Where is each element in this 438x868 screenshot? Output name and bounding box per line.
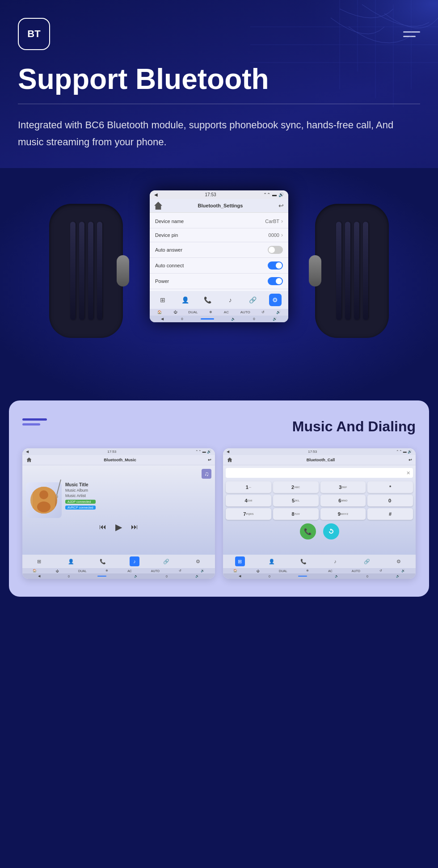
- dial-search-bar[interactable]: ✕: [226, 468, 413, 478]
- dial-key-1[interactable]: 1—: [226, 481, 271, 493]
- mn-grid[interactable]: ⊞: [34, 556, 44, 566]
- call-button[interactable]: 📞: [300, 523, 316, 539]
- cn-music[interactable]: ♪: [330, 556, 340, 566]
- page-title: Support Bluetooth: [0, 59, 438, 104]
- mn-link[interactable]: 🔗: [161, 556, 171, 566]
- mc-ac[interactable]: AC: [127, 569, 132, 573]
- ctrl-dual[interactable]: DUAL: [188, 310, 198, 314]
- auto-connect-label: Auto connect: [155, 263, 184, 268]
- auto-answer-toggle[interactable]: [268, 246, 283, 254]
- csb-vol[interactable]: 🔊: [396, 574, 400, 578]
- screen-statusbar2: ◀ 0 🔈 0 🔊: [150, 316, 288, 322]
- next-button[interactable]: ⏭: [131, 523, 138, 531]
- power-label: Power: [155, 278, 169, 284]
- ctrl-auto[interactable]: AUTO: [240, 310, 250, 314]
- device-name-row[interactable]: Device name CarBT ›: [150, 215, 288, 228]
- cn-grid[interactable]: ⊞: [235, 556, 245, 566]
- ms-back[interactable]: ◀: [26, 450, 29, 454]
- auto-connect-row[interactable]: Auto connect: [150, 258, 288, 274]
- nav-grid-icon[interactable]: ⊞: [156, 294, 169, 306]
- music-back[interactable]: ↩: [208, 458, 211, 462]
- album-art: [26, 482, 62, 518]
- svg-point-13: [37, 501, 51, 512]
- dial-key-3[interactable]: 3DEF: [320, 481, 366, 493]
- cc-fan[interactable]: ❄: [306, 569, 309, 573]
- mc-home[interactable]: 🏠: [33, 569, 37, 573]
- ctrl-home[interactable]: 🏠: [157, 310, 162, 314]
- mn-music[interactable]: ♪: [130, 556, 139, 566]
- cn-link[interactable]: 🔗: [362, 556, 372, 566]
- vent-handle-left: [117, 255, 129, 287]
- mc-power[interactable]: ⏻: [56, 569, 59, 573]
- dial-key-5[interactable]: 5JKL: [273, 495, 319, 506]
- mn-settings[interactable]: ⚙: [193, 556, 203, 566]
- auto-answer-label: Auto answer: [155, 247, 182, 253]
- menu-line-2: [403, 36, 416, 37]
- dial-clear-button[interactable]: ✕: [406, 470, 410, 476]
- back-arrow[interactable]: ◀: [154, 192, 158, 197]
- status-bar: ◀ 17:53 ⌃⌃ ▬ 🔊: [150, 190, 288, 199]
- nav-phone-icon[interactable]: 📞: [202, 294, 214, 306]
- sb-back[interactable]: ◀: [161, 317, 164, 321]
- call-home-icon[interactable]: [227, 457, 233, 463]
- mn-person[interactable]: 👤: [66, 556, 76, 566]
- mc-recirc[interactable]: ↺: [179, 569, 181, 573]
- msb-vol[interactable]: 🔊: [195, 574, 199, 578]
- cc-home[interactable]: 🏠: [233, 569, 237, 573]
- device-pin-value: 0000: [269, 232, 279, 238]
- music-add-button[interactable]: ♫: [202, 469, 211, 479]
- cs-back[interactable]: ◀: [227, 450, 229, 454]
- nav-link-icon[interactable]: 🔗: [246, 294, 259, 306]
- nav-music-icon[interactable]: ♪: [224, 294, 236, 306]
- album-person-icon: [33, 487, 55, 514]
- mn-phone[interactable]: 📞: [98, 556, 108, 566]
- power-row[interactable]: Power: [150, 274, 288, 289]
- cc-power[interactable]: ⏻: [257, 569, 260, 573]
- ctrl-power[interactable]: ⏻: [173, 310, 177, 314]
- redial-button[interactable]: [323, 523, 339, 539]
- ctrl-recirc[interactable]: ↺: [261, 310, 265, 314]
- mc-dual: DUAL: [78, 569, 87, 573]
- music-home-icon[interactable]: [26, 457, 32, 463]
- back-icon[interactable]: ↩: [278, 202, 284, 209]
- dial-key-star[interactable]: *: [367, 481, 413, 493]
- cn-person[interactable]: 👤: [267, 556, 277, 566]
- cc-ac[interactable]: AC: [328, 569, 333, 573]
- cn-phone[interactable]: 📞: [299, 556, 308, 566]
- home-icon[interactable]: [154, 202, 162, 210]
- sb-vol2[interactable]: 🔊: [273, 317, 277, 321]
- svg-line-9: [56, 480, 61, 497]
- mc-fan[interactable]: ❄: [105, 569, 108, 573]
- nav-person-icon[interactable]: 👤: [179, 294, 191, 306]
- dial-key-2[interactable]: 2ABC: [273, 481, 319, 493]
- dial-key-0[interactable]: 0-: [367, 495, 413, 506]
- dial-key-8[interactable]: 8TUV: [273, 508, 319, 520]
- nav-settings-icon[interactable]: ⚙: [269, 294, 282, 306]
- dial-key-7[interactable]: 7PQRS: [226, 508, 271, 520]
- cc-vol[interactable]: 🔊: [401, 569, 405, 573]
- cc-recirc[interactable]: ↺: [379, 569, 382, 573]
- cn-settings[interactable]: ⚙: [394, 556, 404, 566]
- ctrl-ac[interactable]: AC: [224, 310, 229, 314]
- device-pin-row[interactable]: Device pin 0000 ›: [150, 228, 288, 242]
- menu-line-1: [403, 31, 420, 33]
- call-back[interactable]: ↩: [409, 458, 412, 462]
- dial-key-6[interactable]: 6MNO: [320, 495, 366, 506]
- mc-auto: AUTO: [151, 569, 160, 573]
- dial-key-hash[interactable]: #: [367, 508, 413, 520]
- msb-back[interactable]: ◀: [38, 574, 40, 578]
- music-topnav: Bluetooth_Music ↩: [22, 455, 215, 465]
- auto-answer-row[interactable]: Auto answer: [150, 242, 288, 258]
- auto-connect-toggle[interactable]: [268, 261, 283, 270]
- dial-key-9[interactable]: 9WXYZ: [320, 508, 366, 520]
- power-toggle[interactable]: [268, 277, 283, 285]
- prev-button[interactable]: ⏮: [99, 523, 106, 531]
- ctrl-fan[interactable]: ❄: [209, 310, 212, 314]
- menu-button[interactable]: [403, 31, 420, 37]
- ctrl-vol[interactable]: 🔊: [276, 310, 281, 314]
- mc-vol[interactable]: 🔊: [201, 569, 205, 573]
- dial-key-4[interactable]: 4GHI: [226, 495, 271, 506]
- play-button[interactable]: ▶: [115, 522, 122, 532]
- chevron-icon: ›: [281, 218, 283, 224]
- csb-back[interactable]: ◀: [239, 574, 241, 578]
